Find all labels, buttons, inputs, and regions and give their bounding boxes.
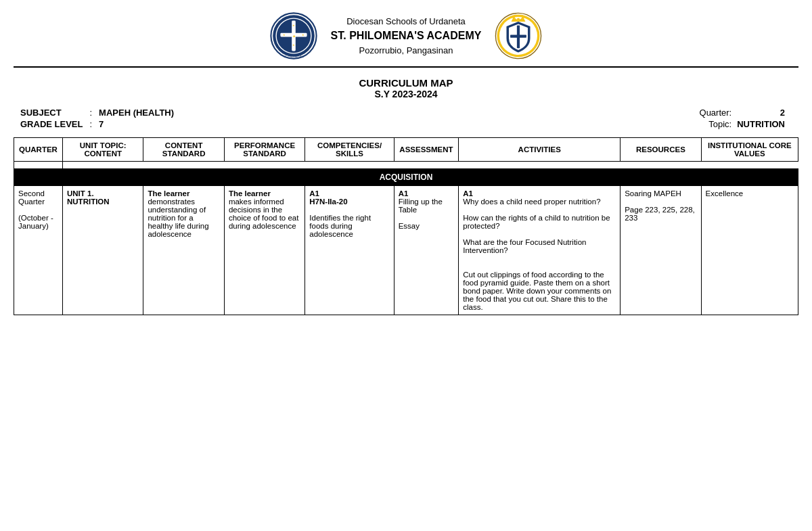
svg-text:★: ★ [292, 43, 295, 47]
activities-code: A1 [463, 189, 616, 198]
curriculum-table: QUARTER UNIT TOPIC: CONTENT CONTENT STAN… [14, 137, 798, 315]
activities-task: Cut out clippings of food according to t… [463, 271, 616, 311]
subject-left-block: SUBJECT : MAPEH (HEALTH) GRADE LEVEL : 7 [20, 108, 174, 129]
quarter-text: Second Quarter(October -January) [18, 189, 53, 230]
subject-value: MAPEH (HEALTH) [99, 108, 174, 118]
unit-topic-value: NUTRITION [67, 198, 139, 206]
content-std-body: demonstrates understanding of nutrition … [148, 198, 219, 238]
assessment-cell: A1 Filling up the TableEssay [394, 186, 459, 315]
content-standard-cell: The learner demonstrates understanding o… [143, 186, 224, 315]
subject-info-section: SUBJECT : MAPEH (HEALTH) GRADE LEVEL : 7… [0, 103, 812, 133]
table-wrapper: QUARTER UNIT TOPIC: CONTENT CONTENT STAN… [0, 133, 812, 322]
curriculum-map-title: CURRICULUM MAP [14, 77, 798, 89]
quarter-cell: Second Quarter(October -January) [14, 186, 63, 315]
diocese-text: Diocesan Schools of Urdaneta [331, 15, 482, 28]
svg-point-18 [517, 18, 520, 20]
competency-cell: A1 H7N-IIa-20 Identifies the right foods… [305, 186, 394, 315]
activities-q2: How can the rights of a child to nutriti… [463, 214, 616, 230]
comp-desc: Identifies the right foods during adoles… [309, 214, 389, 238]
th-content-standard: CONTENT STANDARD [143, 138, 224, 162]
core-value-text: Excellence [706, 189, 794, 198]
subject-colon1: : [89, 108, 92, 118]
subject-right-block: Quarter: 2 Topic: NUTRITION [700, 108, 792, 129]
resources-title: Soaring MAPEH [625, 189, 696, 198]
svg-text:★: ★ [292, 24, 295, 27]
svg-text:★: ★ [302, 33, 304, 37]
core-values-cell: Excellence [701, 186, 798, 315]
document-title-section: CURRICULUM MAP S.Y 2023-2024 [0, 68, 812, 103]
grade-value: 7 [99, 119, 174, 129]
acquisition-header-cell: ACQUISITION [14, 169, 798, 186]
page-header: ✦ ★ ★ ★ ★ ST. PHILOMENA'S Diocesan Schoo… [0, 0, 812, 66]
activities-q3: What are the four Focused Nutrition Inte… [463, 238, 616, 254]
th-resources: RESOURCES [621, 138, 701, 162]
resources-pages: Page 223, 225, 228, 233 [625, 206, 696, 222]
th-activities: ACTIVITIES [459, 138, 621, 162]
right-logo [495, 12, 542, 60]
perf-std-body: makes informed decisions in the choice o… [229, 198, 300, 230]
unit-topic-cell: UNIT 1. NUTRITION [63, 186, 143, 315]
school-info: Diocesan Schools of Urdaneta ST. PHILOME… [331, 15, 482, 57]
grade-colon: : [89, 119, 92, 129]
assessment-code: A1 [399, 189, 455, 198]
location-text: Pozorrubio, Pangasinan [331, 44, 482, 57]
th-assessment: ASSESSMENT [394, 138, 459, 162]
activities-cell: A1 Why does a child need proper nutritio… [459, 186, 621, 315]
table-header-row: QUARTER UNIT TOPIC: CONTENT CONTENT STAN… [14, 138, 798, 162]
performance-standard-cell: The learner makes informed decisions in … [224, 186, 304, 315]
th-unit-topic-line1: UNIT TOPIC: [67, 141, 139, 149]
topic-value: NUTRITION [737, 119, 785, 129]
left-logo: ✦ ★ ★ ★ ★ ST. PHILOMENA'S [270, 12, 317, 60]
th-core-values: INSTITUTIONAL CORE VALUES [701, 138, 798, 162]
comp-code: A1 [309, 189, 389, 198]
quarter-label: Quarter: [700, 108, 732, 118]
th-unit-topic: UNIT TOPIC: CONTENT [63, 138, 143, 162]
svg-point-17 [512, 16, 515, 18]
svg-rect-16 [510, 35, 526, 38]
table-row: Second Quarter(October -January) UNIT 1.… [14, 186, 798, 315]
acquisition-row: ACQUISITION [14, 169, 798, 186]
th-quarter: QUARTER [14, 138, 63, 162]
grade-label: GRADE LEVEL [20, 119, 83, 129]
quarter-value: 2 [737, 108, 785, 118]
content-std-intro: The learner [148, 189, 219, 198]
svg-text:✦: ✦ [292, 34, 295, 39]
th-unit-content-line2: CONTENT [67, 149, 139, 158]
unit-topic-bold: UNIT 1. [67, 189, 139, 198]
th-competencies: COMPETENCIES/ SKILLS [305, 138, 394, 162]
assessment-items: Filling up the TableEssay [399, 198, 455, 230]
perf-std-intro: The learner [229, 189, 300, 198]
school-name-text: ST. PHILOMENA'S ACADEMY [331, 28, 482, 44]
svg-text:★: ★ [283, 33, 286, 37]
resources-cell: Soaring MAPEH Page 223, 225, 228, 233 [621, 186, 701, 315]
comp-id: H7N-IIa-20 [309, 198, 389, 206]
th-performance-standard: PERFORMANCE STANDARD [224, 138, 304, 162]
svg-text:ST. PHILOMENA'S: ST. PHILOMENA'S [284, 55, 304, 58]
subject-label: SUBJECT [20, 108, 83, 118]
acquisition-header-row [14, 162, 798, 169]
svg-point-19 [522, 16, 524, 18]
topic-label: Topic: [700, 119, 732, 129]
school-year-text: S.Y 2023-2024 [14, 89, 798, 99]
activities-q1: Why does a child need proper nutrition? [463, 198, 616, 206]
unit-topic-header-cell [14, 162, 63, 169]
